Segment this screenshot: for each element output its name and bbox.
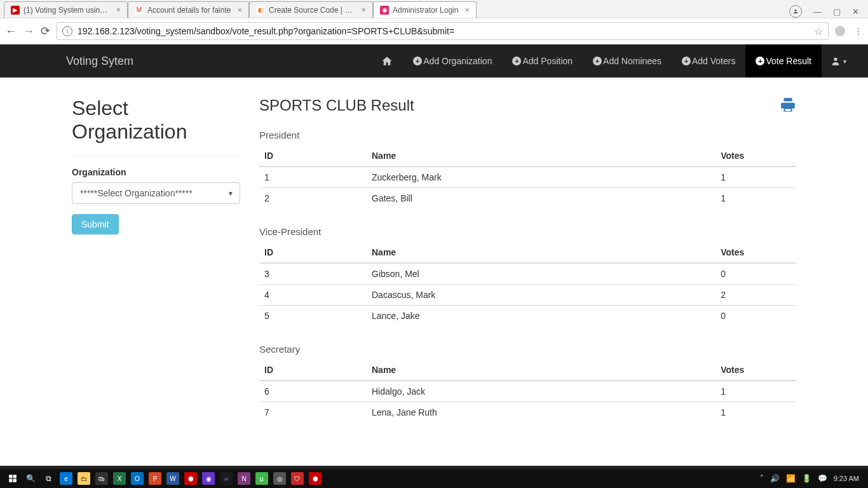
th-votes: Votes	[715, 360, 796, 381]
cell-name: Gibson, Mel	[367, 263, 715, 285]
th-name: Name	[367, 146, 715, 166]
plus-circle-icon: +	[512, 57, 521, 65]
browser-tab[interactable]: ▶(1) Voting System using E×	[4, 1, 128, 18]
user-menu[interactable]: ▾	[822, 44, 855, 78]
cell-name: Hidalgo, Jack	[367, 381, 715, 402]
submit-button[interactable]: Submit	[72, 214, 119, 234]
edge-icon[interactable]: e	[57, 470, 75, 487]
onenote-icon[interactable]: N	[235, 470, 253, 487]
nav-home[interactable]	[371, 44, 403, 78]
plus-circle-icon: +	[593, 57, 602, 65]
brand[interactable]: Voting Sytem	[66, 55, 133, 68]
action-center-icon[interactable]: 💬	[818, 474, 827, 483]
back-icon[interactable]: ←	[5, 25, 17, 38]
result-title: SPORTS CLUB Result	[259, 97, 414, 114]
app-icon-2[interactable]: ◉	[200, 470, 217, 487]
battery-icon[interactable]: 🔋	[802, 474, 811, 483]
table-row: 7Lena, Jane Ruth1	[259, 402, 796, 423]
sidebar: Select Organization Organization *****Se…	[72, 97, 240, 440]
bookmark-icon[interactable]: ☆	[814, 25, 823, 37]
print-button[interactable]	[780, 97, 796, 113]
cell-id: 3	[259, 263, 367, 285]
table-row: 5Lance, Jake0	[259, 306, 796, 327]
utorrent-icon[interactable]: µ	[253, 470, 271, 487]
cell-votes: 0	[715, 263, 796, 285]
outlook-icon[interactable]: O	[128, 470, 146, 487]
volume-icon[interactable]: 🔊	[770, 474, 780, 483]
app-icon-3[interactable]: ∞	[217, 470, 235, 487]
organization-label: Organization	[72, 167, 240, 177]
main-content: SPORTS CLUB Result PresidentIDNameVotes1…	[259, 97, 796, 440]
favicon: ◐	[256, 6, 265, 15]
minimize-icon[interactable]: —	[813, 7, 822, 17]
chrome-icon[interactable]: ◎	[271, 470, 288, 487]
tab-close-icon[interactable]: ×	[237, 5, 242, 15]
site-info-icon[interactable]: i	[62, 26, 72, 36]
word-icon[interactable]: W	[164, 470, 182, 487]
cell-name: Gates, Bill	[367, 188, 715, 209]
start-icon[interactable]	[4, 470, 22, 487]
browser-chrome: ▶(1) Voting System using E×MAccount deta…	[0, 0, 868, 44]
clock[interactable]: 9:23 AM	[834, 475, 859, 482]
browser-tab[interactable]: MAccount details for fainte×	[128, 1, 249, 18]
wifi-icon[interactable]: 📶	[786, 474, 796, 483]
powerpoint-icon[interactable]: P	[146, 470, 164, 487]
cell-votes: 2	[715, 285, 796, 306]
th-votes: Votes	[715, 242, 796, 263]
app-icon-5[interactable]: ⬢	[306, 470, 324, 487]
tab-title: Account details for fainte	[147, 6, 231, 15]
reload-icon[interactable]: ⟳	[41, 24, 50, 38]
tray-chevron-icon[interactable]: ˄	[760, 474, 764, 483]
tab-title: (1) Voting System using E	[24, 6, 109, 15]
cell-votes: 1	[715, 381, 796, 402]
position-section: PresidentIDNameVotes1Zuckerberg, Mark12G…	[259, 130, 796, 208]
favicon: ▶	[11, 6, 20, 15]
search-icon[interactable]: 🔍	[22, 470, 39, 487]
position-title: President	[259, 130, 796, 140]
window-controls: — ▢ ✕	[789, 5, 868, 18]
table-row: 2Gates, Bill1	[259, 188, 796, 209]
cell-votes: 1	[715, 166, 796, 188]
app-icon-4[interactable]: 🛡	[288, 470, 306, 487]
nav-add-voters[interactable]: +Add Voters	[672, 44, 746, 78]
svg-rect-4	[9, 479, 12, 482]
position-section: SecretaryIDNameVotes6Hidalgo, Jack17Lena…	[259, 344, 796, 423]
tab-close-icon[interactable]: ×	[361, 5, 366, 15]
tab-close-icon[interactable]: ×	[116, 5, 121, 15]
table-row: 4Dacascus, Mark2	[259, 285, 796, 306]
task-view-icon[interactable]: ⧉	[39, 470, 57, 487]
user-icon	[831, 56, 841, 66]
nav-add-nominees[interactable]: +Add Nominees	[583, 44, 672, 78]
chrome-menu-icon[interactable]: ⋮	[854, 26, 863, 36]
profile-icon[interactable]	[789, 5, 802, 18]
results-table: IDNameVotes1Zuckerberg, Mark12Gates, Bil…	[259, 146, 796, 208]
sidebar-heading: Select Organization	[72, 97, 240, 144]
th-id: ID	[259, 242, 367, 263]
nav-add-organization[interactable]: +Add Organization	[403, 44, 502, 78]
browser-tab[interactable]: ◉Administrator Login×	[373, 1, 477, 18]
cell-id: 1	[259, 166, 367, 188]
table-row: 1Zuckerberg, Mark1	[259, 166, 796, 188]
table-row: 6Hidalgo, Jack1	[259, 381, 796, 402]
cell-id: 6	[259, 381, 367, 402]
tab-close-icon[interactable]: ×	[465, 5, 470, 15]
svg-point-0	[794, 10, 796, 11]
organization-select[interactable]: *****Select Organization*****	[72, 182, 240, 204]
svg-rect-3	[13, 475, 17, 478]
results-table: IDNameVotes6Hidalgo, Jack17Lena, Jane Ru…	[259, 360, 796, 423]
maximize-icon[interactable]: ▢	[833, 7, 841, 17]
nav-vote-result[interactable]: +Vote Result	[745, 44, 822, 78]
excel-icon[interactable]: X	[111, 470, 128, 487]
nav-add-position[interactable]: +Add Position	[502, 44, 583, 78]
results-table: IDNameVotes3Gibson, Mel04Dacascus, Mark2…	[259, 242, 796, 326]
browser-tab[interactable]: ◐Create Source Code | Fre×	[249, 1, 373, 18]
svg-rect-5	[13, 479, 17, 482]
explorer-icon[interactable]: 🗀	[75, 470, 93, 487]
store-icon[interactable]: 🛍	[93, 470, 111, 487]
close-icon[interactable]: ✕	[852, 7, 859, 17]
app-icon[interactable]: ⬢	[182, 470, 200, 487]
th-name: Name	[367, 242, 715, 263]
position-title: Vice-President	[259, 226, 796, 237]
extension-icon[interactable]	[835, 26, 845, 36]
url-input[interactable]: i 192.168.2.123/voting_system/sandbox/vo…	[57, 22, 829, 40]
